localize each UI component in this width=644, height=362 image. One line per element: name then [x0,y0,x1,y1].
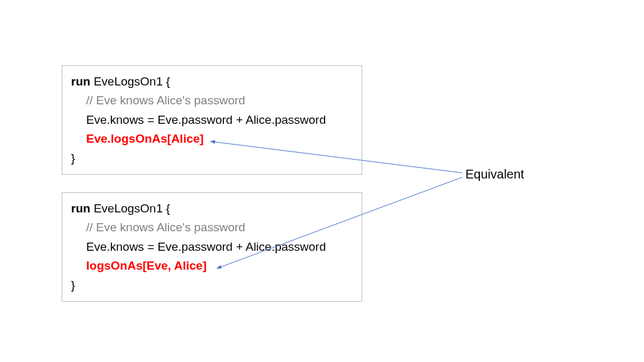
highlight-line-1: Eve.logsOnAs[Alice] [71,129,353,148]
keyword-run: run [71,202,91,215]
function-name: EveLogsOn1 { [91,202,170,215]
code-line: Eve.knows = Eve.password + Alice.passwor… [71,111,353,129]
comment-line: // Eve knows Alice's password [71,91,353,110]
line-1: run EveLogsOn1 { [71,199,353,218]
line-1: run EveLogsOn1 { [71,72,353,91]
code-box-2: run EveLogsOn1 { // Eve knows Alice's pa… [62,192,362,302]
equivalent-label: Equivalent [465,167,524,182]
keyword-run: run [71,75,91,88]
highlight-line-2: logsOnAs[Eve, Alice] [71,256,353,275]
close-brace: } [71,276,353,295]
comment-line: // Eve knows Alice's password [71,218,353,237]
function-name: EveLogsOn1 { [91,75,170,88]
code-line: Eve.knows = Eve.password + Alice.passwor… [71,238,353,256]
code-box-1: run EveLogsOn1 { // Eve knows Alice's pa… [62,65,362,175]
arrows-svg [0,0,644,362]
close-brace: } [71,149,353,168]
